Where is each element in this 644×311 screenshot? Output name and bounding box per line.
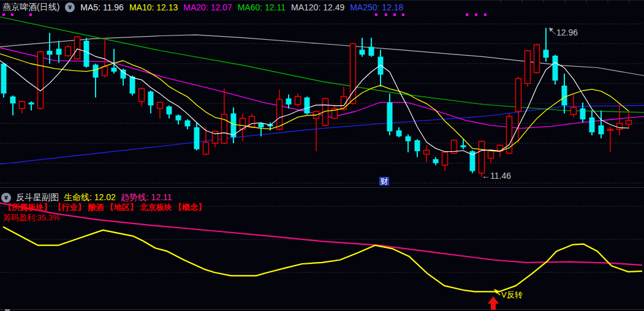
ma120-label: MA120: 12.49 (291, 2, 344, 12)
sub-indicator-lines (0, 203, 642, 292)
chart-title: 燕京啤酒(日线) (2, 2, 59, 13)
low-price-annotation: ←11.46 (482, 171, 511, 181)
high-price-annotation: 12.96 (556, 28, 578, 37)
chip-profit-text: 筹码盈利:35.3% (3, 212, 59, 223)
v-reversal-annotation: V反转 (501, 290, 523, 301)
chart-canvas[interactable] (0, 0, 644, 311)
chevron-down-icon[interactable]: ∨ (1, 193, 11, 203)
news-event-badge[interactable]: 财 (379, 177, 389, 185)
ma20-label: MA20: 12.07 (183, 2, 232, 12)
candles-layer[interactable] (1, 28, 632, 178)
chevron-down-icon[interactable]: ∨ (65, 2, 75, 12)
main-chart-header: 燕京啤酒(日线) ∨ MA5: 11.96 MA10: 12.13 MA20: … (2, 2, 403, 13)
ma250-label: MA250: 12.18 (350, 2, 403, 12)
ma5-label: MA5: 11.96 (80, 2, 124, 12)
sector-info-text: 【所属板块】 【行业】 酿酒 【地区】 北京板块 【概念】 (4, 202, 206, 213)
signal-dots (2, 13, 487, 16)
ma60-label: MA60: 12.11 (238, 2, 286, 12)
stock-chart-window: 燕京啤酒(日线) ∨ MA5: 11.96 MA10: 12.13 MA20: … (0, 0, 644, 311)
ma-slow-lines (0, 17, 644, 165)
ma10-label: MA10: 12.13 (129, 2, 178, 12)
